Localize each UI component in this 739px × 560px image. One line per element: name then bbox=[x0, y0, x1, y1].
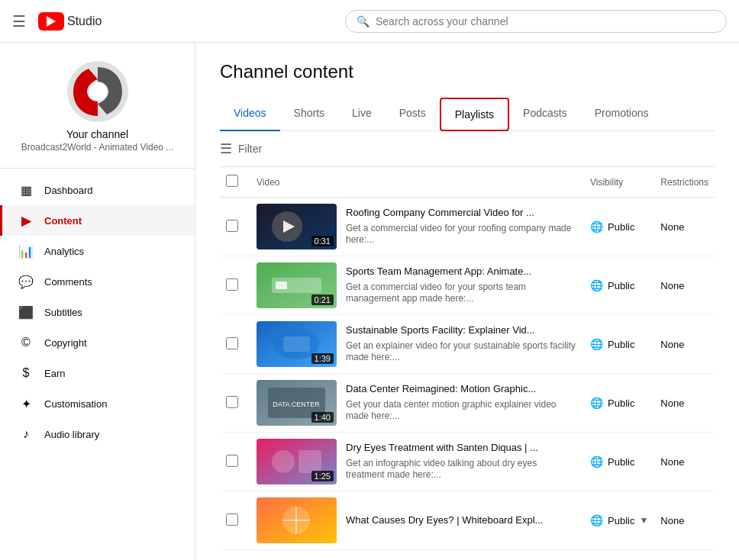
video-cell-2: 0:21 Sports Team Management App: Animate… bbox=[257, 262, 578, 308]
search-bar: 🔍 bbox=[345, 10, 727, 33]
sidebar-label-comments: Comments bbox=[44, 276, 92, 288]
video-cell-6: What Causes Dry Eyes? | Whiteboard Expl.… bbox=[257, 497, 578, 543]
visibility-label-5: Public bbox=[608, 456, 634, 468]
video-cell-5: 1:25 Dry Eyes Treatment with Santen Diqu… bbox=[257, 439, 578, 484]
tab-playlists[interactable]: Playlists bbox=[440, 98, 509, 131]
tab-shorts[interactable]: Shorts bbox=[280, 98, 338, 131]
row-select-4[interactable] bbox=[226, 396, 238, 408]
video-info-6: What Causes Dry Eyes? | Whiteboard Expl.… bbox=[346, 514, 543, 527]
visibility-cell-3: 🌐 Public bbox=[590, 338, 648, 350]
row-checkbox-6 bbox=[220, 491, 250, 550]
sidebar-item-analytics[interactable]: 📊 Analytics bbox=[0, 236, 195, 266]
filter-label: Filter bbox=[238, 143, 262, 155]
search-input[interactable] bbox=[376, 15, 715, 27]
row-select-3[interactable] bbox=[226, 337, 238, 349]
logo: Studio bbox=[38, 12, 102, 31]
sidebar-label-analytics: Analytics bbox=[44, 246, 84, 257]
col-video: Video bbox=[250, 167, 584, 198]
visibility-cell-1: 🌐 Public bbox=[590, 220, 648, 233]
duration-2: 0:21 bbox=[311, 294, 334, 305]
select-all-checkbox[interactable] bbox=[226, 175, 238, 187]
restriction-label-4: None bbox=[660, 397, 684, 409]
sidebar-label-customisation: Customisation bbox=[44, 398, 107, 410]
visibility-cell-6: 🌐 Public ▼ bbox=[590, 514, 648, 526]
video-title-3: Sustainable Sports Facility: Explainer V… bbox=[346, 324, 578, 337]
row-select-5[interactable] bbox=[226, 455, 238, 467]
filter-icon[interactable]: ☰ bbox=[220, 140, 232, 157]
channel-info: Your channel Broadcast2World - Animated … bbox=[0, 49, 195, 169]
svg-rect-6 bbox=[276, 282, 287, 289]
thumbnail-5[interactable]: 1:25 bbox=[257, 439, 337, 484]
sidebar-item-dashboard[interactable]: ▦ Dashboard bbox=[0, 175, 195, 205]
studio-label: Studio bbox=[67, 14, 102, 28]
content-tabs: VideosShortsLivePostsPlaylistsPodcastsPr… bbox=[220, 98, 715, 131]
thumbnail-1[interactable]: 0:31 bbox=[257, 204, 337, 249]
analytics-icon: 📊 bbox=[18, 243, 34, 259]
filter-bar: ☰ Filter bbox=[220, 131, 715, 167]
sidebar-item-copyright[interactable]: © Copyright bbox=[0, 327, 195, 358]
restriction-label-6: None bbox=[660, 515, 684, 526]
video-desc-3: Get an explainer video for your sustaina… bbox=[346, 340, 578, 364]
content-icon: ▶ bbox=[18, 213, 34, 228]
visibility-cell-4: 🌐 Public bbox=[590, 397, 648, 409]
video-title-4: Data Center Reimagined: Motion Graphic..… bbox=[346, 383, 578, 396]
channel-name: Your channel bbox=[66, 128, 128, 140]
thumbnail-2[interactable]: 0:21 bbox=[257, 262, 337, 308]
svg-rect-15 bbox=[299, 450, 321, 473]
video-title-5: Dry Eyes Treatment with Santen Diquas | … bbox=[346, 442, 578, 455]
globe-icon-6: 🌐 bbox=[590, 514, 603, 526]
globe-icon-4: 🌐 bbox=[590, 397, 603, 409]
tab-live[interactable]: Live bbox=[338, 98, 386, 131]
sidebar-item-subtitles[interactable]: ⬛ Subtitles bbox=[0, 297, 195, 327]
channel-subtitle: Broadcast2World - Animated Video ... bbox=[21, 142, 174, 153]
tab-posts[interactable]: Posts bbox=[386, 98, 440, 131]
sidebar-item-content[interactable]: ▶ Content bbox=[0, 205, 195, 236]
row-select-2[interactable] bbox=[226, 278, 238, 291]
sidebar-item-customisation[interactable]: ✦ Customisation bbox=[0, 388, 195, 419]
globe-icon-2: 🌐 bbox=[590, 279, 603, 291]
svg-point-0 bbox=[89, 82, 107, 101]
col-restrictions: Restrictions bbox=[654, 167, 715, 198]
thumbnail-4[interactable]: DATA CENTER 1:40 bbox=[257, 380, 337, 426]
tab-videos[interactable]: Videos bbox=[220, 98, 280, 131]
restriction-label-5: None bbox=[660, 456, 684, 468]
customisation-icon: ✦ bbox=[18, 396, 34, 411]
avatar-svg bbox=[67, 61, 128, 122]
sidebar-item-earn[interactable]: $ Earn bbox=[0, 358, 195, 388]
svg-point-14 bbox=[272, 450, 295, 473]
sidebar-item-audio-library[interactable]: ♪ Audio library bbox=[0, 419, 195, 449]
visibility-dropdown-icon[interactable]: ▼ bbox=[639, 515, 648, 526]
row-select-6[interactable] bbox=[226, 513, 238, 526]
tab-promotions[interactable]: Promotions bbox=[581, 98, 663, 131]
visibility-label-2: Public bbox=[608, 280, 634, 291]
globe-icon-5: 🌐 bbox=[590, 455, 603, 468]
duration-1: 0:31 bbox=[311, 236, 334, 246]
thumbnail-6[interactable] bbox=[257, 497, 337, 543]
globe-icon-1: 🌐 bbox=[590, 220, 603, 233]
video-title-1: Roofing Company Commercial Video for ... bbox=[346, 207, 578, 220]
thumbnail-3[interactable]: 1:39 bbox=[257, 321, 337, 367]
video-info-2: Sports Team Management App: Animate... G… bbox=[346, 266, 578, 305]
audio-library-icon: ♪ bbox=[18, 426, 34, 442]
main-content: Channel content VideosShortsLivePostsPla… bbox=[195, 43, 739, 560]
video-desc-4: Get your data center motion graphic expl… bbox=[346, 399, 578, 423]
row-select-1[interactable] bbox=[226, 220, 238, 232]
hamburger-menu[interactable]: ☰ bbox=[12, 12, 26, 31]
video-info-1: Roofing Company Commercial Video for ...… bbox=[346, 207, 578, 246]
visibility-label-4: Public bbox=[608, 397, 634, 409]
duration-3: 1:39 bbox=[311, 353, 334, 364]
table-row: 0:31 Roofing Company Commercial Video fo… bbox=[220, 198, 715, 256]
sidebar-item-comments[interactable]: 💬 Comments bbox=[0, 266, 195, 297]
duration-5: 1:25 bbox=[311, 471, 334, 481]
video-info-4: Data Center Reimagined: Motion Graphic..… bbox=[346, 383, 578, 423]
tab-podcasts[interactable]: Podcasts bbox=[509, 98, 581, 131]
videos-table: Video Visibility Restrictions 0:31 Roofi… bbox=[220, 167, 715, 550]
video-cell-4: DATA CENTER 1:40 Data Center Reimagined:… bbox=[257, 380, 578, 426]
sidebar-label-content: Content bbox=[44, 215, 82, 227]
sidebar-nav: ▦ Dashboard ▶ Content 📊 Analytics 💬 Comm… bbox=[0, 175, 195, 449]
sidebar-label-subtitles: Subtitles bbox=[44, 307, 82, 318]
video-desc-1: Get a commercial video for your roofing … bbox=[346, 223, 578, 246]
row-checkbox-2 bbox=[220, 256, 250, 315]
visibility-label-1: Public bbox=[608, 221, 634, 233]
page-title: Channel content bbox=[220, 61, 715, 82]
